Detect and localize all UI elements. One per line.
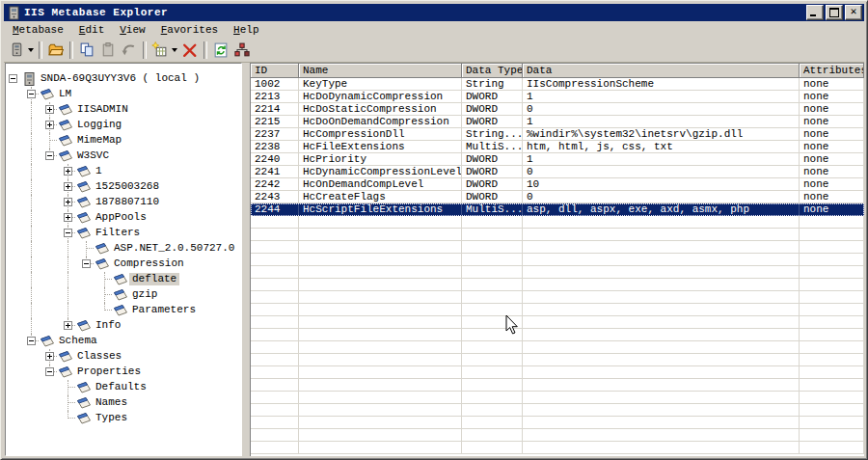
empty-table-row[interactable] bbox=[251, 442, 864, 454]
column-header-attributes[interactable]: Attributes bbox=[800, 64, 864, 78]
empty-table-row[interactable] bbox=[251, 366, 864, 379]
column-header-name[interactable]: Name bbox=[299, 64, 462, 78]
empty-table-row[interactable] bbox=[251, 392, 864, 404]
tree-item-label[interactable]: deflate bbox=[129, 273, 179, 285]
tree-item-label[interactable]: Names bbox=[93, 396, 130, 409]
collapse-icon[interactable] bbox=[45, 151, 54, 160]
tree-item-types[interactable]: Types bbox=[6, 411, 241, 426]
empty-table-row[interactable] bbox=[251, 241, 864, 254]
table-row[interactable]: 2241HcDynamicCompressionLevelDWORD0none bbox=[251, 166, 864, 178]
tree-item-label[interactable]: Defaults bbox=[93, 381, 149, 393]
tree-item-classes[interactable]: Classes bbox=[6, 349, 241, 365]
tree-item-asp-net-2-0-50727-0[interactable]: ASP.NET_2.0.50727.0 bbox=[6, 241, 241, 257]
tree-item-label[interactable]: Properties bbox=[74, 365, 144, 378]
menu-help[interactable]: Help bbox=[226, 23, 266, 38]
menu-view[interactable]: View bbox=[112, 23, 152, 38]
dropdown-arrow-icon[interactable] bbox=[28, 48, 34, 52]
empty-table-row[interactable] bbox=[251, 404, 864, 417]
table-row[interactable]: 2243HcCreateFlagsDWORD0none bbox=[251, 191, 864, 203]
tree-item-label[interactable]: SNDA-69Q3UYY3V6 ( local ) bbox=[38, 72, 203, 85]
empty-table-row[interactable] bbox=[251, 279, 864, 291]
dropdown-arrow-icon[interactable] bbox=[172, 48, 177, 52]
empty-table-row[interactable] bbox=[251, 429, 864, 442]
table-row[interactable]: 2244HcScriptFileExtensionsMultiS...asp, … bbox=[251, 203, 864, 216]
hierarchy-view-button[interactable] bbox=[231, 40, 253, 61]
collapse-icon[interactable] bbox=[27, 90, 36, 98]
collapse-icon[interactable] bbox=[82, 259, 91, 268]
tree-item-label[interactable]: Types bbox=[93, 412, 130, 424]
tree-item-label[interactable]: 1 bbox=[93, 165, 105, 177]
collapse-icon[interactable] bbox=[9, 74, 17, 83]
maximize-button[interactable] bbox=[826, 5, 843, 20]
tree-item-w3svc[interactable]: W3SVC bbox=[6, 149, 241, 164]
tree-item-label[interactable]: LM bbox=[56, 88, 74, 100]
tree-item-lm[interactable]: LM bbox=[6, 87, 241, 102]
tree-item-info[interactable]: Info bbox=[6, 318, 241, 334]
table-row[interactable]: 2242HcOnDemandCompLevelDWORD10none bbox=[251, 178, 864, 191]
menu-favorites[interactable]: Favorites bbox=[153, 23, 226, 38]
tree-item-label[interactable]: Info bbox=[93, 319, 123, 332]
table-row[interactable]: 2214HcDoStaticCompressionDWORD0none bbox=[251, 103, 864, 116]
tree-item-label[interactable]: Parameters bbox=[129, 304, 199, 316]
tree-item-names[interactable]: Names bbox=[6, 395, 241, 411]
empty-table-row[interactable] bbox=[251, 216, 864, 229]
expand-icon[interactable] bbox=[45, 105, 54, 114]
tree-item-1878807110[interactable]: 1878807110 bbox=[6, 195, 241, 210]
expand-icon[interactable] bbox=[45, 121, 54, 129]
delete-button[interactable] bbox=[179, 40, 201, 61]
tree-item-label[interactable]: MimeMap bbox=[74, 134, 124, 147]
menu-edit[interactable]: Edit bbox=[71, 23, 112, 38]
column-header-id[interactable]: ID bbox=[251, 64, 299, 78]
empty-table-row[interactable] bbox=[251, 341, 864, 354]
collapse-icon[interactable] bbox=[27, 337, 36, 345]
undo-button[interactable] bbox=[119, 40, 140, 61]
tree-item-label[interactable]: W3SVC bbox=[74, 149, 112, 162]
empty-table-row[interactable] bbox=[251, 354, 864, 366]
column-header-data[interactable]: Data bbox=[523, 64, 800, 78]
tree-item-label[interactable]: Schema bbox=[56, 335, 100, 347]
tree-item-gzip[interactable]: gzip bbox=[6, 287, 241, 303]
empty-table-row[interactable] bbox=[251, 329, 864, 341]
tree-item-parameters[interactable]: Parameters bbox=[6, 303, 241, 318]
expand-icon[interactable] bbox=[64, 321, 72, 330]
table-row[interactable]: 2238HcFileExtensionsMultiS...htm, html, … bbox=[251, 141, 864, 153]
expand-icon[interactable] bbox=[64, 198, 72, 206]
empty-table-row[interactable] bbox=[251, 417, 864, 429]
tree-item-label[interactable]: Logging bbox=[74, 119, 124, 131]
new-key-button[interactable] bbox=[149, 40, 179, 61]
minimize-button[interactable] bbox=[806, 5, 824, 20]
tree-item-label[interactable]: ASP.NET_2.0.50727.0 bbox=[111, 242, 237, 255]
tree-item-deflate[interactable]: deflate bbox=[6, 272, 241, 287]
tree-item-snda-69q3uyy3v6-local-[interactable]: SNDA-69Q3UYY3V6 ( local ) bbox=[6, 71, 241, 87]
table-row[interactable]: 2237HcCompressionDllString...%windir%\sy… bbox=[251, 128, 864, 141]
title-bar[interactable]: IIS Metabase Explorer ✕ bbox=[4, 4, 864, 21]
tree-item-properties[interactable]: Properties bbox=[6, 365, 241, 380]
tree-item-iisadmin[interactable]: IISADMIN bbox=[6, 102, 241, 118]
expand-icon[interactable] bbox=[45, 352, 54, 361]
column-header-data-type[interactable]: Data Type bbox=[462, 64, 523, 78]
tree-item-defaults[interactable]: Defaults bbox=[6, 380, 241, 395]
empty-table-row[interactable] bbox=[251, 254, 864, 266]
tree-item-label[interactable]: Compression bbox=[111, 257, 187, 270]
collapse-icon[interactable] bbox=[45, 367, 54, 376]
tree-item-label[interactable]: 1878807110 bbox=[93, 196, 162, 208]
panel-splitter[interactable] bbox=[242, 63, 250, 456]
paste-button[interactable] bbox=[97, 40, 119, 61]
tree-item-logging[interactable]: Logging bbox=[6, 118, 241, 133]
tree-item-1525003268[interactable]: 1525003268 bbox=[6, 179, 241, 195]
tree-item-1[interactable]: 1 bbox=[6, 164, 241, 179]
menu-metabase[interactable]: Metabase bbox=[5, 23, 71, 38]
tree-item-mimemap[interactable]: MimeMap bbox=[6, 133, 241, 149]
empty-table-row[interactable] bbox=[251, 304, 864, 316]
empty-table-row[interactable] bbox=[251, 379, 864, 392]
empty-table-row[interactable] bbox=[251, 229, 864, 241]
tree-item-label[interactable]: AppPools bbox=[93, 211, 149, 224]
tree-item-filters[interactable]: Filters bbox=[6, 226, 241, 241]
table-row[interactable]: 2215HcDoOnDemandCompressionDWORD1none bbox=[251, 116, 864, 128]
open-folder-button[interactable] bbox=[45, 40, 67, 61]
connect-server-button[interactable] bbox=[6, 40, 36, 61]
tree-item-compression[interactable]: Compression bbox=[6, 257, 241, 272]
expand-icon[interactable] bbox=[64, 213, 72, 222]
empty-table-row[interactable] bbox=[251, 291, 864, 304]
refresh-button[interactable] bbox=[210, 40, 231, 61]
